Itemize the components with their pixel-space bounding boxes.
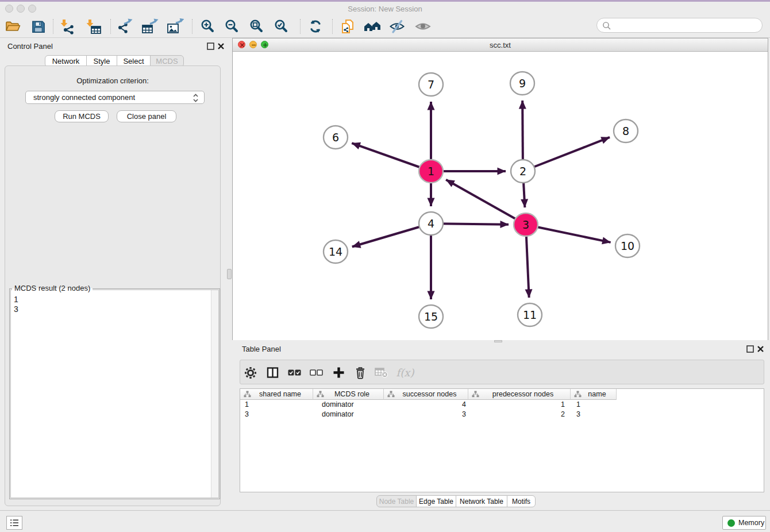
add-icon[interactable] xyxy=(330,360,347,385)
graph-node-label: 11 xyxy=(523,309,537,321)
vertical-splitter-grip[interactable] xyxy=(227,269,232,279)
column-header-predecessor-nodes[interactable]: predecessor nodes xyxy=(468,389,571,400)
export-table-icon[interactable] xyxy=(141,18,159,35)
table-toolbar: f(x) xyxy=(240,360,764,384)
graph-node-label: 3 xyxy=(522,218,529,231)
graph-node-label: 6 xyxy=(332,131,339,144)
mcds-result-groupbox: 1 3 MCDS result (2 nodes) xyxy=(9,288,220,499)
column-header-successor-nodes[interactable]: successor nodes xyxy=(384,389,468,400)
deselect-all-icon[interactable] xyxy=(307,360,325,385)
node-table: shared nameMCDS rolesuccessor nodesprede… xyxy=(240,388,764,492)
tab-motifs[interactable]: Motifs xyxy=(507,495,536,507)
table-cell: 1 xyxy=(571,400,617,410)
table-float-icon[interactable] xyxy=(746,345,754,353)
column-header-name[interactable]: name xyxy=(571,389,617,400)
memory-label: Memory xyxy=(738,519,764,527)
table-settings-icon[interactable] xyxy=(242,360,259,385)
zoom-selected-icon[interactable] xyxy=(272,18,291,35)
graph-node-label: 4 xyxy=(428,217,434,230)
mcds-result-list[interactable]: 1 3 xyxy=(10,290,219,498)
window-titlebar: Session: New Session xyxy=(0,2,770,16)
column-header-shared-name[interactable]: shared name xyxy=(240,389,313,400)
import-network-icon[interactable] xyxy=(59,18,77,35)
import-table-icon[interactable] xyxy=(84,18,103,35)
toolbar-separator xyxy=(332,19,333,34)
show-all-networks-icon[interactable] xyxy=(363,18,382,35)
delete-table-icon[interactable] xyxy=(373,360,390,385)
export-network-icon[interactable] xyxy=(116,18,134,35)
main-toolbar xyxy=(0,16,770,38)
graph-node-label: 15 xyxy=(424,310,438,323)
edge-2-8[interactable] xyxy=(523,137,610,171)
network-canvas[interactable]: 1234678910111415 xyxy=(233,52,768,340)
table-cell: dominator xyxy=(313,410,384,419)
graph-node-label: 8 xyxy=(622,125,629,137)
optimization-dropdown-value: strongly connected component xyxy=(33,93,135,102)
close-panel-button[interactable]: Close panel xyxy=(117,110,176,122)
select-all-icon[interactable] xyxy=(286,360,303,385)
edge-3-1[interactable] xyxy=(446,180,526,225)
export-image-icon[interactable] xyxy=(166,18,184,35)
task-history-button[interactable] xyxy=(6,516,22,530)
tab-node-table[interactable]: Node Table xyxy=(376,495,417,507)
memory-button[interactable]: Memory xyxy=(722,516,766,530)
clone-network-icon[interactable] xyxy=(338,18,357,35)
show-columns-icon[interactable] xyxy=(264,360,281,385)
column-header-MCDS-role[interactable]: MCDS role xyxy=(313,389,384,400)
zoom-in-icon[interactable] xyxy=(199,18,217,35)
refresh-icon[interactable] xyxy=(306,18,325,35)
table-cell: 1 xyxy=(468,400,571,410)
mcds-result-title: MCDS result (2 nodes) xyxy=(12,284,93,292)
task-list-icon xyxy=(10,519,19,527)
control-panel-title: Control Panel xyxy=(7,42,53,51)
save-session-icon[interactable] xyxy=(29,18,47,35)
horizontal-splitter-grip[interactable] xyxy=(494,340,502,342)
table-cell: dominator xyxy=(313,400,384,410)
zoom-fit-icon[interactable] xyxy=(248,18,266,35)
tab-network-table[interactable]: Network Table xyxy=(456,495,507,507)
table-cell: 3 xyxy=(384,410,468,419)
network-view-window: scc.txt 1234678910111415 xyxy=(232,38,768,340)
tab-edge-table[interactable]: Edge Table xyxy=(416,495,456,507)
result-line: 1 xyxy=(14,295,18,304)
status-bar: Memory xyxy=(0,510,770,532)
delete-icon[interactable] xyxy=(352,360,369,385)
toolbar-separator xyxy=(300,19,301,34)
table-panel-title: Table Panel xyxy=(242,345,281,353)
table-row-1[interactable]: 1dominator411 xyxy=(240,400,617,410)
hide-selected-icon[interactable] xyxy=(388,18,406,35)
optimization-criterion-label: Optimization criterion: xyxy=(0,76,225,85)
result-line: 3 xyxy=(14,304,18,314)
open-session-icon[interactable] xyxy=(3,18,22,35)
table-row-3[interactable]: 3dominator323 xyxy=(240,410,617,419)
close-panel-icon[interactable] xyxy=(217,43,225,50)
memory-status-dot xyxy=(727,519,735,527)
float-panel-icon[interactable] xyxy=(207,43,214,50)
toolbar-separator xyxy=(110,19,111,34)
optimization-dropdown[interactable]: strongly connected component xyxy=(25,91,205,104)
graph-node-label: 14 xyxy=(329,245,342,258)
graph-node-label: 7 xyxy=(428,78,434,91)
search-input[interactable] xyxy=(614,20,757,31)
edge-3-10[interactable] xyxy=(526,225,611,242)
network-window-titlebar[interactable]: scc.txt xyxy=(233,38,768,52)
graph-node-label: 9 xyxy=(519,77,526,90)
zoom-out-icon[interactable] xyxy=(223,18,241,35)
table-cell: 4 xyxy=(384,400,468,410)
result-scrollbar[interactable] xyxy=(211,290,218,498)
function-builder-icon[interactable]: f(x) xyxy=(394,360,416,385)
toolbar-separator xyxy=(53,19,53,34)
network-window-title: scc.txt xyxy=(233,41,768,49)
show-hidden-icon[interactable] xyxy=(414,18,432,35)
table-cell: 2 xyxy=(468,410,571,419)
table-panel-tabs: Node Table Edge Table Network Table Moti… xyxy=(376,495,536,507)
table-close-icon[interactable] xyxy=(757,345,764,353)
graph-node-label: 1 xyxy=(428,165,434,178)
table-cell: 3 xyxy=(240,410,313,419)
table-cell: 3 xyxy=(571,410,617,419)
search-field[interactable] xyxy=(596,18,763,33)
window-title: Session: New Session xyxy=(0,5,770,13)
run-mcds-button[interactable]: Run MCDS xyxy=(55,110,109,122)
graph-node-label: 10 xyxy=(621,240,634,252)
graph-node-label: 2 xyxy=(519,165,526,178)
